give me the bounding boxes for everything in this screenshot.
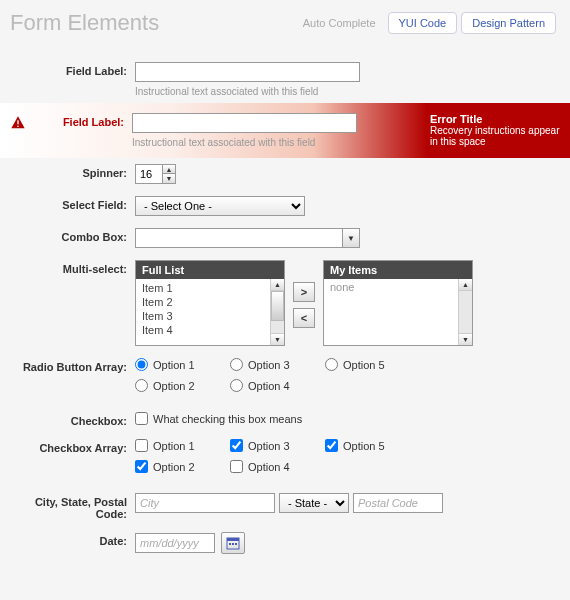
spinner-down-button[interactable]: ▼: [163, 174, 175, 183]
combo-label: Combo Box:: [10, 228, 135, 243]
field-label: Field Label:: [10, 62, 135, 77]
list-item[interactable]: Item 2: [136, 295, 284, 309]
date-input[interactable]: [135, 533, 215, 553]
svg-rect-1: [17, 126, 18, 127]
csz-label: City, State, Postal Code:: [10, 493, 135, 520]
design-pattern-button[interactable]: Design Pattern: [461, 12, 556, 34]
postal-input[interactable]: [353, 493, 443, 513]
multiselect-label: Multi-select:: [10, 260, 135, 275]
spinner-label: Spinner:: [10, 164, 135, 179]
spinner-up-button[interactable]: ▲: [163, 165, 175, 174]
move-right-button[interactable]: >: [293, 282, 315, 302]
check-option-1[interactable]: Option 1: [135, 439, 230, 452]
svg-rect-4: [229, 543, 231, 545]
select-field[interactable]: - Select One -: [135, 196, 305, 216]
radio-option-4[interactable]: Option 4: [230, 379, 325, 392]
calendar-icon: [226, 536, 240, 550]
field-hint: Instructional text associated with this …: [135, 86, 560, 97]
full-list-header: Full List: [136, 261, 284, 279]
checkbox-single[interactable]: What checking this box means: [135, 412, 560, 425]
checkbox-row: Checkbox: What checking this box means: [0, 406, 570, 433]
warning-icon: [10, 115, 26, 131]
scrollbar[interactable]: ▲ ▼: [458, 279, 472, 345]
scroll-down-button[interactable]: ▼: [271, 333, 284, 345]
field-label-row: Field Label: Instructional text associat…: [0, 56, 570, 103]
error-title: Error Title: [430, 113, 560, 125]
error-message: Recovery instructions appear in this spa…: [430, 125, 560, 147]
svg-rect-6: [235, 543, 237, 545]
list-item[interactable]: Item 3: [136, 309, 284, 323]
field-label-input[interactable]: [135, 62, 360, 82]
city-input[interactable]: [135, 493, 275, 513]
check-option-4[interactable]: Option 4: [230, 460, 325, 473]
check-option-2[interactable]: Option 2: [135, 460, 230, 473]
radio-row: Radio Button Array: Option 1 Option 3 Op…: [0, 352, 570, 406]
my-items-none: none: [324, 279, 472, 295]
select-row: Select Field: - Select One -: [0, 190, 570, 222]
radio-label: Radio Button Array:: [10, 358, 135, 373]
combo-dropdown-button[interactable]: ▼: [342, 228, 360, 248]
state-select[interactable]: - State -: [279, 493, 349, 513]
header: Form Elements Auto Complete YUI Code Des…: [0, 0, 570, 56]
combo-row: Combo Box: ▼: [0, 222, 570, 254]
move-left-button[interactable]: <: [293, 308, 315, 328]
auto-complete-label: Auto Complete: [303, 17, 376, 29]
radio-option-3[interactable]: Option 3: [230, 358, 325, 371]
full-list-box: Full List Item 1 Item 2 Item 3 Item 4 ▲ …: [135, 260, 285, 346]
checkbox-array-row: Checkbox Array: Option 1 Option 3 Option…: [0, 433, 570, 487]
scroll-thumb[interactable]: [271, 291, 284, 321]
combo-input[interactable]: [135, 228, 342, 248]
scroll-up-button[interactable]: ▲: [459, 279, 472, 291]
svg-rect-0: [17, 120, 18, 124]
field-error-row: Field Label: Instructional text associat…: [0, 103, 570, 158]
checkbox-array-label: Checkbox Array:: [10, 439, 135, 454]
calendar-button[interactable]: [221, 532, 245, 554]
field-error-label: Field Label:: [32, 113, 132, 128]
error-message-box: Error Title Recovery instructions appear…: [420, 113, 560, 147]
spinner-input[interactable]: [135, 164, 163, 184]
scrollbar[interactable]: ▲ ▼: [270, 279, 284, 345]
list-item[interactable]: Item 1: [136, 281, 284, 295]
date-label: Date:: [10, 532, 135, 547]
yui-code-button[interactable]: YUI Code: [388, 12, 458, 34]
my-items-header: My Items: [324, 261, 472, 279]
field-error-hint: Instructional text associated with this …: [132, 137, 420, 148]
check-option-3[interactable]: Option 3: [230, 439, 325, 452]
spinner-row: Spinner: ▲ ▼: [0, 158, 570, 190]
page-title: Form Elements: [10, 10, 303, 36]
checkbox-label: Checkbox:: [10, 412, 135, 427]
svg-rect-5: [232, 543, 234, 545]
date-row: Date:: [0, 526, 570, 560]
select-label: Select Field:: [10, 196, 135, 211]
csz-row: City, State, Postal Code: - State -: [0, 487, 570, 526]
list-item[interactable]: Item 4: [136, 323, 284, 337]
multiselect-row: Multi-select: Full List Item 1 Item 2 It…: [0, 254, 570, 352]
check-option-5[interactable]: Option 5: [325, 439, 420, 452]
scroll-up-button[interactable]: ▲: [271, 279, 284, 291]
radio-option-2[interactable]: Option 2: [135, 379, 230, 392]
scroll-down-button[interactable]: ▼: [459, 333, 472, 345]
field-error-input[interactable]: [132, 113, 357, 133]
radio-option-5[interactable]: Option 5: [325, 358, 420, 371]
my-items-box: My Items none ▲ ▼: [323, 260, 473, 346]
svg-rect-3: [227, 538, 239, 541]
radio-option-1[interactable]: Option 1: [135, 358, 230, 371]
